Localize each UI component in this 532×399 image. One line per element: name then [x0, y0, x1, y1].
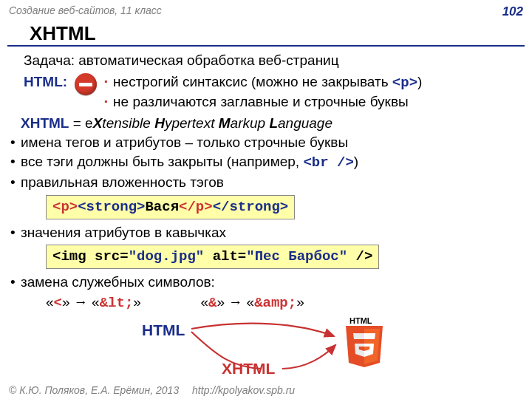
main-list-2: значения атрибутов в кавычках [10, 223, 519, 242]
list-item: правильная вложенность тэгов [10, 173, 519, 191]
list-item: все тэги должны быть закрыты (например, … [10, 152, 519, 172]
svg-text:HTML: HTML [349, 316, 372, 325]
html-bullet-1: нестрогий синтаксис (можно не закрывать … [104, 72, 519, 92]
course-label: Создание веб-сайтов, 11 класс [9, 4, 162, 19]
footer-url: http://kpolyakov.spb.ru [192, 384, 295, 396]
code-example-1: <p><strong>Вася</p></strong> [46, 195, 295, 219]
slide-title: XHTML [7, 21, 525, 47]
entity-row: «<» → «&lt;» «&» → «&amp;» [46, 293, 519, 313]
diagram-xhtml-label: XHTML [222, 358, 275, 379]
html-row: HTML: нестрогий синтаксис (можно не закр… [24, 72, 519, 111]
diagram: HTML XHTML HTML [142, 316, 519, 389]
footer: © К.Ю. Поляков, Е.А. Ерёмин, 2013 http:/… [9, 384, 295, 396]
html-bullet-2: не различаются заглавные и строчные букв… [104, 92, 519, 111]
main-list-3: замена служебных символов: [10, 273, 519, 291]
task-text: Задача: автоматическая обработка веб-стр… [24, 51, 519, 69]
list-item: значения атрибутов в кавычках [10, 223, 519, 242]
list-item: имена тегов и атрибутов – только строчны… [10, 133, 519, 151]
list-item: замена служебных символов: [10, 273, 519, 291]
code-example-2: <img src="dog.jpg" alt="Пес Барбос" /> [46, 245, 379, 269]
content: Задача: автоматическая обработка веб-стр… [0, 51, 532, 389]
html5-logo-icon: HTML [341, 316, 387, 369]
html-bullets: нестрогий синтаксис (можно не закрывать … [104, 72, 519, 111]
copyright: © К.Ю. Поляков, Е.А. Ерёмин, 2013 [9, 384, 179, 396]
main-list: имена тегов и атрибутов – только строчны… [10, 133, 519, 191]
no-entry-icon [75, 73, 97, 95]
header-bar: Создание веб-сайтов, 11 класс 102 [0, 0, 532, 21]
html-label: HTML: [24, 72, 67, 91]
page-number: 102 [502, 4, 523, 19]
xhtml-definition: XHTML = eXtensible Hypertext Markup Lang… [21, 114, 519, 132]
diagram-html-label: HTML [142, 320, 185, 341]
